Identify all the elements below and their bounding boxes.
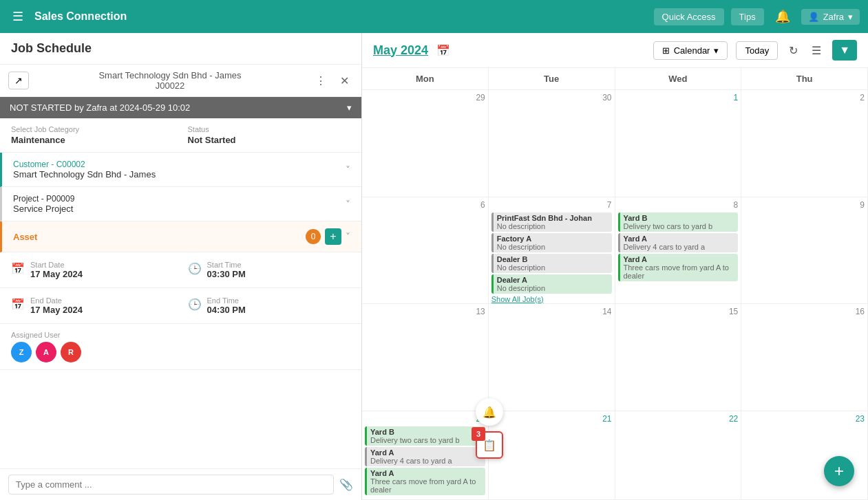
calendar-week-row: 6 7 PrintFast Sdn Bhd - Johan No descrip… — [362, 197, 868, 305]
tips-button[interactable]: Tips — [731, 8, 764, 25]
start-date-label: Start Date — [30, 261, 174, 269]
customer-section[interactable]: Customer - C00002 Smart Technology Sdn B… — [0, 153, 361, 187]
event-title: Factory A — [497, 235, 608, 243]
asset-add-button[interactable]: + — [325, 228, 341, 245]
asset-label: Asset — [13, 232, 306, 242]
event-description: Delivery 4 cars to yard a — [624, 243, 735, 251]
calendar-view-selector[interactable]: ⊞ Calendar ▾ — [653, 41, 728, 60]
event-item[interactable]: Factory A No description — [491, 233, 612, 252]
cell-date: 20 — [365, 414, 485, 424]
task-badge: 3 — [472, 427, 485, 441]
more-options-button[interactable]: ⋮ — [311, 73, 330, 89]
event-item[interactable]: Yard B Delivery two cars to yard b — [365, 426, 485, 446]
calendar-cell: 8 Yard B Delivery two cars to yard b Yar… — [615, 197, 742, 306]
start-date-calendar-icon: 📅 — [11, 262, 25, 275]
cell-date: 16 — [744, 307, 865, 316]
calendar-cell: 15 — [615, 304, 742, 411]
event-title: Dealer A — [497, 276, 608, 284]
status-label: Status — [188, 125, 351, 133]
event-description: Delivery 4 cars to yard a — [370, 457, 482, 465]
project-name: Service Project — [13, 204, 346, 214]
asset-chevron-icon[interactable]: ˅ — [346, 231, 350, 242]
cell-date: 2 — [744, 93, 865, 102]
bell-float-button[interactable]: 🔔 — [476, 398, 503, 426]
attach-button[interactable]: 📎 — [339, 478, 353, 491]
avatar: Z — [11, 342, 32, 362]
task-float-button[interactable]: 3 📋 — [476, 431, 503, 459]
cell-date: 14 — [491, 307, 612, 316]
close-button[interactable]: ✕ — [336, 73, 353, 89]
event-description: No description — [497, 263, 608, 272]
event-description: No description — [497, 222, 608, 230]
avatar: R — [61, 342, 81, 362]
start-time-value: 03:30 PM — [207, 269, 351, 279]
today-button[interactable]: Today — [736, 41, 778, 60]
status-chevron-icon: ▾ — [347, 102, 352, 113]
cell-date: 13 — [365, 307, 485, 316]
menu-button[interactable]: ☰ — [8, 6, 28, 27]
customer-chevron-icon[interactable]: ˅ — [346, 164, 350, 175]
category-status-section: Select Job Category Maintenance Status N… — [0, 118, 361, 153]
event-item[interactable]: Yard A Three cars move from yard A to de… — [618, 254, 739, 281]
calendar-week-row: 13 14 15 16 — [362, 304, 868, 411]
calendar-week-row: 20 Yard B Delivery two cars to yard b Ya… — [362, 411, 868, 500]
status-text: NOT STARTED by Zafra at 2024-05-29 10:02 — [10, 102, 190, 113]
calendar-cell: 29 — [362, 90, 489, 197]
cell-date: 8 — [618, 200, 739, 210]
event-item[interactable]: PrintFast Sdn Bhd - Johan No description — [491, 213, 612, 232]
calendar-week-row: 29 30 1 2 — [362, 90, 868, 197]
event-description: No description — [497, 243, 608, 251]
project-section[interactable]: Project - P00009 Service Project ˅ — [0, 187, 361, 221]
notification-bell-icon[interactable]: 🔔 — [771, 6, 794, 27]
event-description: Three cars move from yard A to dealer — [624, 263, 735, 280]
calendar-cell: 2 — [741, 90, 868, 197]
task-icon: 📋 — [483, 439, 496, 452]
end-date-value: 17 May 2024 — [30, 305, 174, 315]
chevron-down-icon: ▾ — [848, 12, 853, 22]
filter-button[interactable]: ▼ — [832, 40, 857, 61]
calendar-grid: Mon Tue Wed Thu 29 30 1 — [362, 68, 868, 500]
calendar-header-row: Mon Tue Wed Thu — [362, 68, 868, 90]
start-time-label: Start Time — [207, 261, 351, 269]
event-item[interactable]: Yard A Delivery 4 cars to yard a — [365, 447, 485, 466]
comment-input[interactable] — [8, 475, 334, 494]
quick-access-button[interactable]: Quick Access — [654, 8, 724, 25]
schedule-view-button[interactable]: ☰ — [809, 41, 824, 60]
calendar-cell: 6 — [362, 197, 489, 306]
job-detail-panel: Job Schedule ↗ Smart Technology Sdn Bhd … — [0, 33, 362, 500]
comment-area: 📎 — [0, 468, 361, 500]
cell-date: 9 — [744, 200, 865, 210]
calendar-month-title[interactable]: May 2024 — [373, 43, 428, 58]
page-title: Job Schedule — [0, 33, 361, 65]
refresh-button[interactable]: ↻ — [786, 41, 801, 60]
calendar-cell: 16 — [741, 304, 868, 411]
add-fab-button[interactable]: + — [824, 456, 854, 486]
day-header-mon: Mon — [362, 68, 489, 89]
calendar-date-picker-icon[interactable]: 📅 — [436, 44, 450, 57]
job-company-name: Smart Technology Sdn Bhd - James — [34, 70, 306, 80]
event-title: Dealer B — [497, 255, 608, 263]
event-item[interactable]: Yard B Delivery two cars to yard b — [618, 213, 739, 232]
user-avatar-icon: 👤 — [808, 12, 819, 22]
calendar-cell: 20 Yard B Delivery two cars to yard b Ya… — [362, 411, 489, 499]
user-name: Zafra — [823, 12, 844, 22]
event-title: Yard B — [624, 214, 735, 222]
cell-date: 22 — [618, 414, 739, 424]
event-item[interactable]: Yard A Delivery 4 cars to yard a — [618, 233, 739, 252]
customer-name: Smart Technology Sdn Bhd - James — [13, 169, 346, 180]
show-all-jobs-link[interactable]: Show All Job(s) — [491, 295, 612, 303]
calendar-toolbar: May 2024 📅 ⊞ Calendar ▾ Today ↻ ☰ ▼ — [362, 33, 868, 68]
external-link-button[interactable]: ↗ — [8, 72, 29, 89]
category-label: Select Job Category — [11, 125, 174, 133]
status-banner: NOT STARTED by Zafra at 2024-05-29 10:02… — [0, 97, 361, 118]
cell-date: 29 — [365, 93, 485, 102]
event-item[interactable]: Yard A Three cars move from yard A to de… — [365, 468, 485, 495]
project-chevron-icon[interactable]: ˅ — [346, 199, 350, 210]
project-label: Project - P00009 — [13, 194, 346, 204]
cell-date: 21 — [491, 414, 612, 424]
user-menu[interactable]: 👤 Zafra ▾ — [801, 9, 860, 25]
event-item[interactable]: Dealer B No description — [491, 254, 612, 273]
end-date-label: End Date — [30, 296, 174, 305]
end-time-value: 04:30 PM — [207, 305, 351, 315]
event-item[interactable]: Dealer A No description — [491, 274, 612, 294]
